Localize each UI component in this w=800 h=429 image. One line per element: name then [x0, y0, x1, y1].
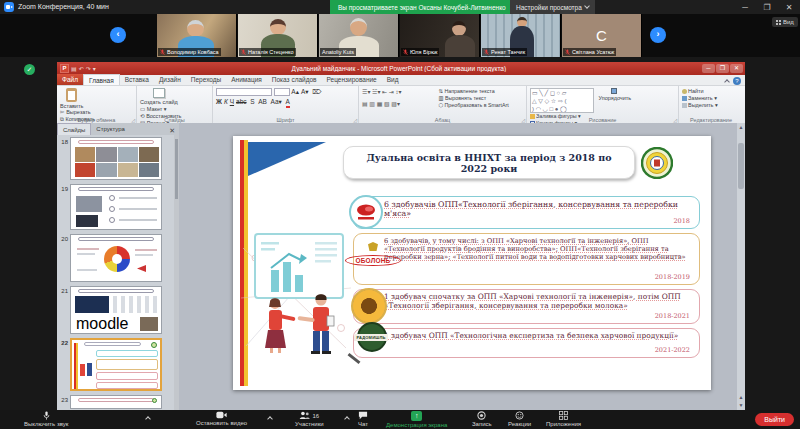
thumbnail-preview[interactable] [70, 234, 162, 282]
tab-slideshow[interactable]: Показ слайдов [267, 74, 322, 85]
ppt-restore-button[interactable]: ❐ [716, 64, 729, 73]
apps-button[interactable]: Приложения [546, 411, 581, 427]
thumbnail-preview[interactable] [70, 338, 162, 391]
help-icon[interactable]: ? [733, 77, 741, 85]
slide-item: 1 здобувач ОПП «Технологічна експертиза … [353, 328, 700, 358]
panel-close-icon[interactable]: ✕ [169, 127, 179, 135]
tab-transitions[interactable]: Переходы [186, 74, 227, 85]
cut-button[interactable]: ✂ Вырезать [60, 109, 115, 115]
video-options-chevron-icon[interactable] [267, 416, 273, 422]
list-buttons[interactable]: ☰▾ ☱▾ ⇤ ⇥ ↕▾ [362, 88, 434, 96]
font-color-button[interactable]: А [286, 98, 290, 108]
leave-button[interactable]: Выйти [755, 413, 794, 426]
video-thumbnail[interactable]: Юля Бірюк [400, 14, 480, 57]
tab-file[interactable]: Файл [57, 74, 83, 85]
shapes-gallery[interactable]: ▭ ╲ ╱ ◻ ○ ▱△ ▽ ◇ ☆ ⇨ () ◠ ◡ □ ● ◯ [530, 88, 594, 113]
stop-video-button[interactable]: Остановить видео [196, 411, 247, 426]
participant-name: Наталія Стеценко [248, 48, 294, 56]
reactions-label: Реакции [508, 421, 531, 427]
ppt-close-button[interactable]: ✕ [730, 64, 743, 73]
paste-button[interactable]: Вставить [60, 88, 83, 109]
clear-formatting-button[interactable]: ⌦ [312, 88, 321, 96]
select-button[interactable]: Выделить ▾ [682, 102, 718, 108]
thumbnail-preview[interactable] [70, 395, 162, 409]
thumbnail-preview[interactable] [70, 137, 162, 180]
video-thumbnail[interactable]: Ренат Танчик [481, 14, 561, 57]
thumbnail-preview[interactable]: moodle [70, 286, 162, 334]
collapse-ribbon-icon[interactable] [724, 79, 730, 85]
font-name-input[interactable] [216, 88, 272, 96]
shadow-button[interactable]: S [250, 98, 254, 106]
align-buttons[interactable]: ▤ ▥ ▦ ▧ ▨▾ [362, 100, 434, 108]
minimize-button[interactable]: ─ [736, 0, 754, 14]
slide-thumbnail-row[interactable]: 19 [57, 184, 162, 230]
maximize-button[interactable]: ❐ [758, 0, 776, 14]
layout-button[interactable]: ▭ Макет ▾ [140, 106, 181, 112]
close-button[interactable]: ✕ [780, 0, 798, 14]
scrollbar-thumb[interactable] [738, 143, 744, 189]
undo-icon[interactable]: ↶ [79, 65, 84, 72]
muted-mic-icon [160, 49, 165, 56]
next-slide-icon[interactable]: ▼ [737, 402, 745, 408]
save-icon[interactable]: ▤ [71, 65, 77, 72]
chat-button[interactable]: Чат [358, 411, 368, 427]
slide-thumbnail-row[interactable]: 21 moodle [57, 286, 162, 334]
slide-item-text: 6 здобувачів, у тому числі: з ОПП «Харчо… [384, 237, 686, 261]
replace-button[interactable]: Заменить ▾ [682, 95, 718, 101]
view-layout-button[interactable]: Вид [772, 17, 798, 27]
video-thumbnail[interactable]: Anatoliy Kuts [319, 14, 399, 57]
tab-home[interactable]: Главная [83, 74, 120, 85]
scroll-left-button[interactable]: ‹ [110, 27, 126, 43]
ribbon: Вставить ✂ Вырезать ⧉ Копировать ✎ Форма… [57, 86, 745, 123]
font-size-input[interactable] [274, 88, 290, 96]
panel-tab-slides[interactable]: Слайды [57, 123, 91, 135]
slide-thumbnail-row[interactable]: 18 [57, 137, 162, 180]
view-settings-button[interactable]: Настройки просмотра [510, 0, 595, 14]
mute-options-chevron-icon[interactable] [145, 416, 151, 422]
share-screen-button[interactable]: ↑ Демонстрация экрана [386, 411, 447, 428]
underline-button[interactable]: Ч [230, 98, 234, 106]
mute-button[interactable]: Выключить звук [24, 411, 68, 427]
thumbnail-preview[interactable] [70, 184, 162, 230]
video-thumbnail[interactable]: Володимир Ковбаса [157, 14, 237, 57]
tab-animations[interactable]: Анимация [226, 74, 267, 85]
italic-button[interactable]: К [224, 98, 228, 106]
replace-icon [682, 96, 687, 101]
redo-icon[interactable]: ↷ [86, 65, 91, 72]
tab-design[interactable]: Дизайн [154, 74, 186, 85]
bold-button[interactable]: Ж [216, 98, 222, 106]
arrange-button[interactable]: Упорядочить [598, 88, 631, 101]
participants-button[interactable]: 16 Участники [295, 411, 324, 427]
obolon-logo: ОБОЛОНЬ [345, 237, 401, 266]
video-thumbnail[interactable]: С Світлана Усатюк [562, 14, 642, 57]
slide-thumbnail-row[interactable]: 20 [57, 234, 162, 282]
slide-thumbnail-row-selected[interactable]: 22 [57, 338, 162, 391]
video-thumbnail[interactable]: Наталія Стеценко [238, 14, 318, 57]
chat-label: Чат [358, 421, 368, 427]
find-button[interactable]: Найти [682, 88, 718, 94]
tab-view[interactable]: Вид [382, 74, 404, 85]
handshake-illustration [241, 228, 351, 354]
new-slide-button[interactable]: Создать слайд [140, 88, 178, 105]
record-button[interactable]: Запись [472, 411, 492, 427]
ppt-minimize-button[interactable]: ─ [702, 64, 715, 73]
participants-chevron-icon[interactable] [344, 416, 350, 422]
scroll-right-button[interactable]: › [650, 27, 666, 43]
text-direction-button[interactable]: ⇅ Направление текста [438, 88, 508, 94]
slide-thumbnail-row[interactable]: 23 [57, 395, 162, 409]
grow-font-button[interactable]: А▴ [291, 88, 299, 96]
reactions-button[interactable]: Реакции [508, 411, 531, 427]
canvas-scrollbar[interactable]: ▲ ▲ ▼ [737, 123, 745, 410]
strikethrough-button[interactable]: abc [236, 98, 246, 106]
meeting-title: Zoom Конференция, 40 мин [18, 3, 109, 10]
scroll-up-icon[interactable]: ▲ [737, 123, 745, 130]
align-text-button[interactable]: ▥ Выровнять текст [438, 95, 508, 101]
change-case-button[interactable]: Аа▾ [271, 98, 282, 106]
panel-tab-outline[interactable]: Структура [91, 123, 129, 135]
tab-insert[interactable]: Вставка [120, 74, 154, 85]
previous-slide-icon[interactable]: ▲ [737, 394, 745, 400]
tab-review[interactable]: Рецензирование [322, 74, 382, 85]
convert-smartart-button[interactable]: ⬡ Преобразовать в SmartArt [438, 102, 508, 108]
shrink-font-button[interactable]: А▾ [301, 88, 309, 96]
char-spacing-button[interactable]: АВ [258, 98, 267, 106]
